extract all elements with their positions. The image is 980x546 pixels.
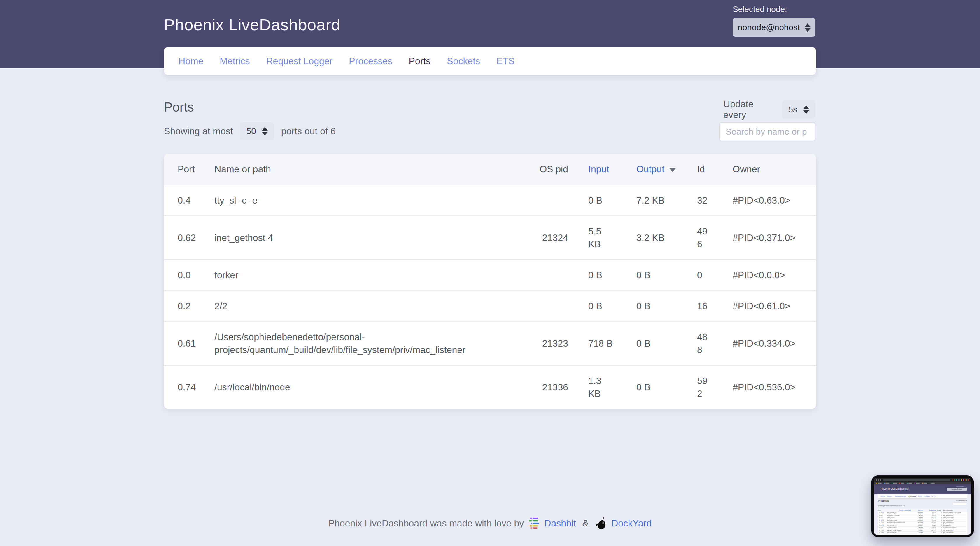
mini-col-header: MsgQ xyxy=(937,509,943,511)
sort-desc-icon xyxy=(669,168,676,172)
mini-col-header: Memory xyxy=(912,509,924,511)
col-header-output-sort-link[interactable]: Output xyxy=(616,154,677,185)
mini-table-row: 0.375.0proc_lib:init_p/5172.7 KB 53110ge… xyxy=(878,532,967,534)
cell-owner: #PID<0.63.0> xyxy=(713,185,816,216)
limit-select[interactable]: 50 xyxy=(240,122,274,140)
mini-table-body: 0.540.0proc_lib:init_p/5987.8 KB 2252770… xyxy=(878,512,967,535)
cell-output: 0 B xyxy=(616,291,677,321)
mini-page-title: Processes xyxy=(878,500,889,502)
col-header-input-sort-link[interactable]: Input xyxy=(568,154,616,185)
mini-nav-item: Sockets xyxy=(924,495,930,497)
cell-name: /usr/local/bin/node xyxy=(215,365,526,409)
mini-page-body: Processes Update every 5s Showing at mos… xyxy=(874,498,971,535)
mini-table-row: 0.435.0proc_lib:init_p/5123.6 KB 181060g… xyxy=(878,534,967,535)
mini-table-row: 0.403.0proc_lib:init_p/5281.8 KB 604410P… xyxy=(878,524,967,527)
table-row[interactable]: 0.74 /usr/local/bin/node 21336 1.3 KB 0 … xyxy=(164,365,816,409)
ports-table: Port Name or path OS pid Input Output Id… xyxy=(164,154,816,409)
mini-browser-toolbar xyxy=(874,478,971,482)
cell-input: 0 B xyxy=(568,185,616,216)
mini-table-header: PIDName or initial callMemoryReductionsM… xyxy=(878,509,967,512)
nav-item[interactable]: Processes xyxy=(349,56,392,67)
col-header-port: Port xyxy=(164,154,215,185)
cell-os-pid: 21323 xyxy=(526,321,568,365)
cell-port: 0.4 xyxy=(164,185,215,216)
app-title: Phoenix LiveDashboard xyxy=(164,15,340,34)
refresh-select[interactable]: 5s xyxy=(782,101,816,118)
mini-table-row: 0.176.0telemetry_poller_default257.8 KB … xyxy=(878,529,967,532)
dashbit-logo-icon xyxy=(528,517,540,529)
page-title: Ports xyxy=(164,100,194,115)
cell-os-pid xyxy=(526,260,568,291)
table-row[interactable]: 0.4 tty_sl -c -e 0 B 7.2 KB 32 #PID<0.63… xyxy=(164,185,816,216)
cell-port: 0.0 xyxy=(164,260,215,291)
nav-item[interactable]: Ports xyxy=(409,56,431,67)
selected-node-box: Selected node: nonode@nohost xyxy=(733,5,816,37)
nav-item[interactable]: Home xyxy=(178,56,203,67)
refresh-select-value: 5s xyxy=(788,105,797,115)
cell-input: 718 B xyxy=(568,321,616,365)
mini-node-label: Selected node: xyxy=(956,485,964,487)
cell-port: 0.61 xyxy=(164,321,215,365)
mini-app-header: Phoenix LiveDashboard Selected node: non… xyxy=(874,484,971,494)
mini-address-bar xyxy=(883,479,950,481)
col-header-os-pid: OS pid xyxy=(526,154,568,185)
screenshot-preview[interactable]: Phoenix LiveDashboard Selected node: non… xyxy=(872,475,974,537)
table-header-row: Port Name or path OS pid Input Output Id… xyxy=(164,154,816,185)
mini-col-header: PID xyxy=(878,509,887,511)
cell-output: 0 B xyxy=(616,260,677,291)
ampersand: & xyxy=(582,518,589,529)
cell-id: 496 xyxy=(677,216,713,260)
mini-search-input xyxy=(953,503,967,505)
refresh-label: Update every xyxy=(723,99,775,120)
cell-name: inet_gethost 4 xyxy=(215,216,526,260)
cell-os-pid: 21336 xyxy=(526,365,568,409)
cell-id: 32 xyxy=(677,185,713,216)
mini-nav-bar: HomeMetricsRequest LoggerProcessesPortsS… xyxy=(878,494,967,498)
dashbit-link[interactable]: Dashbit xyxy=(544,518,576,529)
table-row[interactable]: 0.61 /Users/sophiedebenedetto/personal-p… xyxy=(164,321,816,365)
node-select[interactable]: nonode@nohost xyxy=(733,18,816,37)
search-input[interactable] xyxy=(719,122,816,141)
cell-output: 0 B xyxy=(616,365,677,409)
nav-item[interactable]: Request Logger xyxy=(266,56,332,67)
mini-nav-item: Request Logger xyxy=(894,495,906,497)
limit-suffix: ports out of 6 xyxy=(281,126,336,137)
mini-table-row: 0.113.0Mix.ProjectStack406.8 KB 276260ge… xyxy=(878,519,967,522)
mini-app-title: Phoenix LiveDashboard xyxy=(881,487,908,490)
select-arrows-icon xyxy=(803,105,809,114)
cell-port: 0.2 xyxy=(164,291,215,321)
select-arrows-icon xyxy=(805,23,811,32)
limit-prefix: Showing at most xyxy=(164,126,233,137)
footer: Phoenix LiveDashboard was made with love… xyxy=(0,516,980,530)
mini-limit-text: Showing at most 50 processes out of 377 xyxy=(878,505,905,506)
mini-table-row: 0.10.0erl_prim_loader278.0 KB 27091890er… xyxy=(878,527,967,529)
refresh-row: Update every 5s xyxy=(723,99,816,120)
nav-item[interactable]: Sockets xyxy=(447,56,480,67)
nav-item[interactable]: Metrics xyxy=(220,56,250,67)
mini-table-row: 0.50.0code_server673.6 KB 5617770code_se… xyxy=(878,517,967,519)
cell-port: 0.62 xyxy=(164,216,215,260)
screenshot-preview-screen: Phoenix LiveDashboard Selected node: non… xyxy=(874,478,971,535)
cell-id: 488 xyxy=(677,321,713,365)
table-row[interactable]: 0.0 forker 0 B 0 B 0 #PID<0.0.0> xyxy=(164,260,816,291)
cell-owner: #PID<0.536.0> xyxy=(713,365,816,409)
mini-nav-item: ETS xyxy=(932,495,935,497)
cell-name: forker xyxy=(215,260,526,291)
mini-bookmarks-bar xyxy=(874,482,971,484)
table-row[interactable]: 0.2 2/2 0 B 0 B 16 #PID<0.61.0> xyxy=(164,291,816,321)
node-select-value: nonode@nohost xyxy=(738,23,800,32)
cell-id: 592 xyxy=(677,365,713,409)
mini-nav-item: Ports xyxy=(918,495,922,497)
table-row[interactable]: 0.62 inet_gethost 4 21324 5.5 KB 3.2 KB … xyxy=(164,216,816,260)
cell-owner: #PID<0.61.0> xyxy=(713,291,816,321)
ports-table-card: Port Name or path OS pid Input Output Id… xyxy=(164,154,816,409)
col-header-name: Name or path xyxy=(215,154,526,185)
select-arrows-icon xyxy=(262,127,268,136)
mini-col-header: Reductions xyxy=(924,509,937,511)
cell-name: /Users/sophiedebenedetto/personal-projec… xyxy=(215,321,526,365)
cell-output: 7.2 KB xyxy=(616,185,677,216)
nav-item[interactable]: ETS xyxy=(496,56,514,67)
selected-node-label: Selected node: xyxy=(733,5,816,14)
mini-node-select: nonode@nohost xyxy=(947,488,967,490)
dockyard-link[interactable]: DockYard xyxy=(611,518,652,529)
